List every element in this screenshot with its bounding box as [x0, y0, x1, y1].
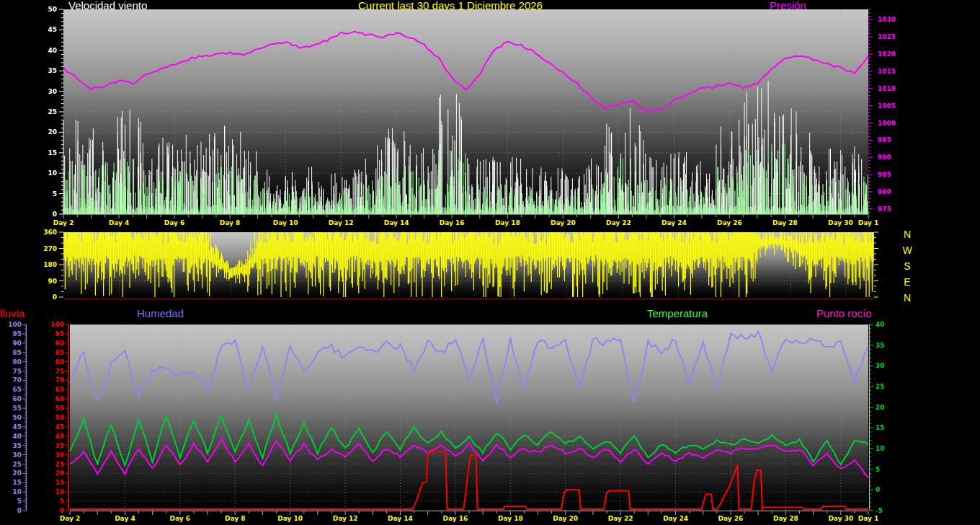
- svg-text:80: 80: [12, 358, 22, 366]
- svg-text:50: 50: [12, 414, 22, 421]
- svg-text:0: 0: [60, 507, 64, 514]
- svg-text:Day 30: Day 30: [828, 219, 853, 226]
- svg-text:Day 26: Day 26: [717, 219, 742, 226]
- svg-text:Day 10: Day 10: [277, 515, 303, 522]
- svg-text:Day 28: Day 28: [773, 515, 798, 522]
- svg-text:90: 90: [48, 278, 57, 285]
- svg-text:10: 10: [55, 488, 64, 495]
- svg-text:Day 8: Day 8: [225, 515, 246, 522]
- svg-text:40: 40: [48, 47, 57, 54]
- svg-text:70: 70: [12, 376, 22, 384]
- svg-text:30: 30: [55, 451, 64, 459]
- svg-text:30: 30: [48, 88, 57, 95]
- svg-text:20: 20: [12, 469, 22, 477]
- svg-text:Day 22: Day 22: [606, 219, 631, 226]
- svg-text:1015: 1015: [878, 68, 896, 75]
- temperature-axis-ticks: [870, 325, 873, 511]
- svg-text:Day 4: Day 4: [109, 219, 130, 226]
- svg-text:25: 25: [12, 461, 22, 468]
- svg-text:0: 0: [17, 507, 22, 514]
- svg-text:0: 0: [53, 211, 57, 218]
- svg-text:1030: 1030: [878, 16, 896, 23]
- svg-text:65: 65: [55, 386, 64, 393]
- svg-text:Day 28: Day 28: [772, 219, 798, 226]
- svg-text:1010: 1010: [878, 85, 896, 92]
- svg-text:100: 100: [50, 321, 64, 328]
- svg-text:15: 15: [876, 424, 885, 431]
- svg-text:Day 12: Day 12: [329, 219, 354, 226]
- svg-text:75: 75: [55, 368, 64, 375]
- svg-text:1005: 1005: [878, 102, 896, 110]
- svg-text:270: 270: [43, 245, 57, 252]
- svg-text:60: 60: [12, 395, 22, 402]
- svg-text:Day 20: Day 20: [551, 219, 576, 226]
- svg-text:45: 45: [48, 26, 57, 33]
- svg-text:10: 10: [12, 488, 22, 495]
- svg-text:Day 22: Day 22: [608, 515, 633, 522]
- svg-text:45: 45: [55, 423, 64, 431]
- svg-text:985: 985: [878, 171, 891, 178]
- wind-direction-panel: 090180270360: [43, 229, 878, 301]
- svg-text:5: 5: [53, 190, 57, 198]
- svg-text:Day 1: Day 1: [858, 515, 879, 522]
- svg-text:Day 10: Day 10: [273, 219, 298, 226]
- svg-text:75: 75: [12, 368, 22, 375]
- svg-text:990: 990: [878, 154, 891, 161]
- svg-text:20: 20: [876, 404, 885, 411]
- svg-text:980: 980: [878, 188, 891, 195]
- svg-text:35: 35: [55, 442, 64, 449]
- svg-text:35: 35: [48, 67, 57, 74]
- svg-text:35: 35: [876, 342, 885, 349]
- svg-text:30: 30: [876, 362, 885, 369]
- svg-text:20: 20: [48, 128, 57, 136]
- weather-dashboard: Velocidad viento Current last 30 days 1 …: [0, 0, 980, 525]
- svg-text:Day 26: Day 26: [718, 515, 744, 522]
- svg-text:5: 5: [60, 498, 64, 505]
- svg-text:Day 8: Day 8: [220, 219, 241, 226]
- svg-text:10: 10: [876, 445, 885, 452]
- svg-text:85: 85: [55, 349, 64, 356]
- svg-text:Day 18: Day 18: [498, 515, 523, 522]
- svg-text:85: 85: [12, 349, 22, 356]
- svg-text:0: 0: [53, 294, 57, 301]
- svg-text:25: 25: [876, 383, 885, 390]
- svg-text:60: 60: [55, 395, 64, 402]
- svg-text:Day 18: Day 18: [495, 219, 520, 226]
- svg-text:20: 20: [55, 469, 64, 477]
- svg-text:95: 95: [12, 330, 22, 338]
- svg-text:Day 6: Day 6: [164, 219, 185, 226]
- svg-text:Day 14: Day 14: [388, 515, 413, 522]
- svg-text:360: 360: [43, 229, 57, 236]
- svg-text:95: 95: [55, 330, 64, 338]
- svg-text:Day 6: Day 6: [170, 515, 191, 522]
- rain-axis-ticks: [66, 325, 69, 511]
- svg-text:0: 0: [876, 486, 880, 493]
- svg-text:5: 5: [876, 466, 880, 473]
- svg-text:90: 90: [55, 340, 64, 347]
- svg-text:40: 40: [876, 321, 885, 328]
- svg-text:Day 16: Day 16: [442, 515, 468, 522]
- svg-text:25: 25: [55, 461, 64, 468]
- svg-text:995: 995: [878, 136, 891, 144]
- svg-text:Day 12: Day 12: [333, 515, 358, 522]
- svg-text:Day 20: Day 20: [553, 515, 578, 522]
- svg-text:180: 180: [43, 261, 57, 268]
- svg-text:100: 100: [8, 321, 22, 328]
- svg-text:Day 14: Day 14: [384, 219, 409, 226]
- svg-text:40: 40: [55, 433, 64, 440]
- svg-text:1000: 1000: [878, 120, 896, 127]
- svg-text:45: 45: [12, 423, 22, 431]
- pressure-axis-ticks: [868, 9, 873, 213]
- svg-text:1020: 1020: [878, 50, 896, 58]
- svg-text:50: 50: [48, 6, 57, 13]
- svg-text:55: 55: [55, 405, 64, 412]
- bottom-panel-background: [70, 325, 868, 511]
- svg-text:80: 80: [55, 358, 64, 366]
- svg-text:35: 35: [12, 442, 22, 449]
- weather-charts-canvas: 0510152025303540455097598098599099510001…: [0, 0, 980, 525]
- humidity-axis-ticks: [23, 325, 27, 511]
- svg-text:Day 24: Day 24: [663, 515, 688, 522]
- svg-text:1025: 1025: [878, 33, 896, 40]
- svg-text:Day 30: Day 30: [828, 515, 853, 522]
- svg-text:90: 90: [12, 340, 22, 347]
